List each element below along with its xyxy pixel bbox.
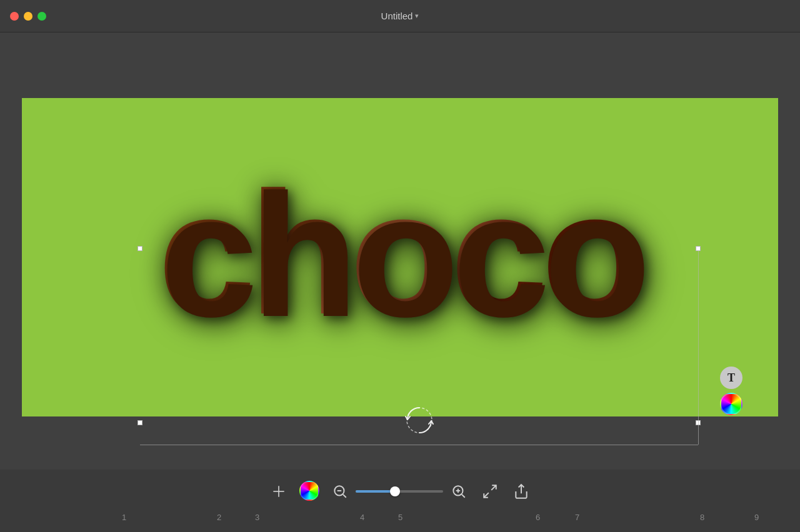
minimize-button[interactable] xyxy=(24,12,32,21)
bottom-toolbar xyxy=(0,470,800,532)
text-tool-button[interactable]: T xyxy=(720,367,742,389)
label-9: 9 xyxy=(754,513,759,522)
selection-handle-bottom-left[interactable] xyxy=(138,420,142,425)
selection-handle-top-left[interactable] xyxy=(138,246,142,251)
window-controls xyxy=(10,12,46,21)
zoom-slider-fill xyxy=(356,490,395,493)
label-1: 1 xyxy=(122,513,126,522)
title-chevron-icon: ▾ xyxy=(415,12,419,20)
svg-line-11 xyxy=(484,493,489,498)
toolbar-add-group xyxy=(268,481,289,502)
close-button[interactable] xyxy=(10,12,19,21)
maximize-button[interactable] xyxy=(38,12,46,21)
canvas-container[interactable]: choco T xyxy=(0,32,800,532)
zoom-slider[interactable] xyxy=(356,490,443,493)
selection-line-horizontal xyxy=(140,445,698,445)
fit-screen-button[interactable] xyxy=(479,481,501,502)
share-button[interactable] xyxy=(511,481,532,502)
label-8: 8 xyxy=(700,513,704,522)
title-bar: Untitled ▾ xyxy=(0,0,800,32)
selection-handle-top-right[interactable] xyxy=(696,246,701,251)
selection-line-vertical xyxy=(698,251,699,445)
zoom-slider-thumb[interactable] xyxy=(390,486,400,496)
label-3: 3 xyxy=(255,513,259,522)
canvas[interactable]: choco T xyxy=(22,98,778,416)
sidebar-tools: T xyxy=(720,367,742,415)
toolbar-fit-group xyxy=(479,481,501,502)
title-label: Untitled xyxy=(381,11,413,21)
label-4: 4 xyxy=(360,513,364,522)
svg-line-5 xyxy=(343,495,346,498)
label-2: 2 xyxy=(217,513,221,522)
zoom-controls xyxy=(329,481,469,502)
rotation-cursor xyxy=(403,404,436,436)
canvas-text[interactable]: choco xyxy=(158,153,642,353)
zoom-out-button[interactable] xyxy=(329,481,351,502)
color-tool-button[interactable] xyxy=(720,393,742,415)
toolbar-color-group xyxy=(299,481,319,501)
svg-line-9 xyxy=(462,495,465,498)
label-7: 7 xyxy=(575,513,579,522)
label-5: 5 xyxy=(398,513,402,522)
zoom-in-button[interactable] xyxy=(448,481,469,502)
svg-line-10 xyxy=(491,485,496,490)
add-button[interactable] xyxy=(268,481,289,502)
toolbar-share-group xyxy=(511,481,532,502)
color-wheel-button[interactable] xyxy=(299,481,319,501)
label-6: 6 xyxy=(536,513,540,522)
window-title[interactable]: Untitled ▾ xyxy=(381,11,419,21)
